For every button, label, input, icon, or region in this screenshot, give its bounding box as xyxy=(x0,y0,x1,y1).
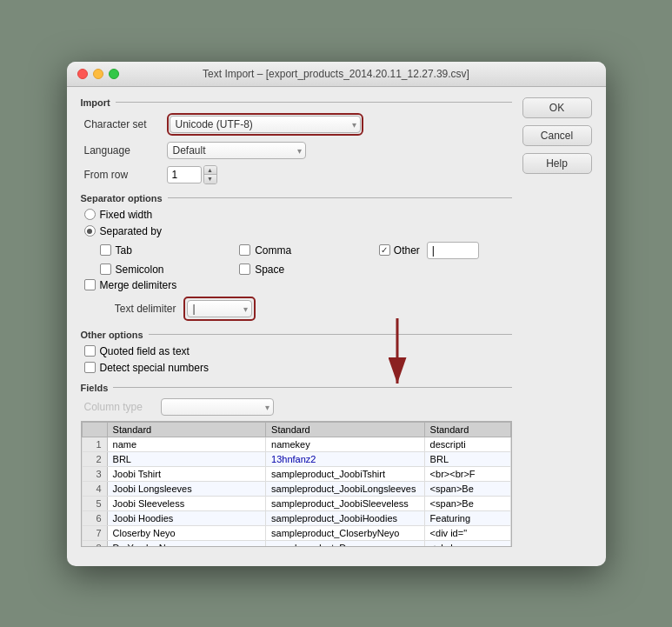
cell: BRL xyxy=(107,451,266,466)
cell: BRL xyxy=(424,451,510,466)
header-col3: Standard xyxy=(424,422,510,437)
table-body: 1 name namekey descripti 2 BRL 13hnfanz2… xyxy=(82,437,510,547)
charset-select[interactable]: Unicode (UTF-8) Western Europe (Windows-… xyxy=(170,116,361,133)
charset-row: Character set Unicode (UTF-8) Western Eu… xyxy=(81,113,512,136)
column-type-select-wrapper: Standard Text Date xyxy=(161,398,274,416)
spinner-up[interactable]: ▲ xyxy=(204,166,216,175)
help-button[interactable]: Help xyxy=(522,153,592,174)
language-label: Language xyxy=(84,144,167,157)
main-content: Import Character set Unicode (UTF-8) Wes… xyxy=(67,87,606,566)
row-num: 2 xyxy=(82,451,107,466)
left-panel: Import Character set Unicode (UTF-8) Wes… xyxy=(81,97,512,556)
tab-label: Tab xyxy=(116,244,132,257)
cell: <ul class xyxy=(424,540,510,547)
fixed-width-radio[interactable] xyxy=(84,209,96,220)
separated-by-label: Separated by xyxy=(100,225,162,237)
merge-delimiters-checkbox[interactable] xyxy=(84,279,96,290)
tab-item: Tab xyxy=(100,242,233,259)
other-checkbox[interactable] xyxy=(379,244,390,256)
from-row-input[interactable] xyxy=(167,166,202,183)
detect-numbers-checkbox[interactable] xyxy=(84,362,96,373)
window-title: Text Import – [export_products_2014.20.1… xyxy=(203,68,469,80)
semicolon-checkbox[interactable] xyxy=(100,263,111,275)
other-value-input[interactable] xyxy=(427,242,479,259)
cell: sampleproduct_JoobiLongsleeves xyxy=(266,481,425,496)
spinner-down[interactable]: ▼ xyxy=(204,175,216,183)
comma-checkbox[interactable] xyxy=(239,244,250,256)
table-row: 6 Joobi Hoodies sampleproduct_JoobiHoodi… xyxy=(82,510,510,525)
separator-section: Separator options Fixed width Separated … xyxy=(81,193,512,321)
table-row: 5 Joobi Sleeveless sampleproduct_JoobiSl… xyxy=(82,496,510,510)
language-select[interactable]: Default English German xyxy=(167,142,306,159)
header-col2: Standard xyxy=(266,422,425,437)
cancel-button[interactable]: Cancel xyxy=(522,125,592,146)
text-delimiter-highlight: | " ' None xyxy=(183,297,256,321)
other-options-section: Other options Quoted field as text Detec… xyxy=(81,330,512,374)
tab-checkbox[interactable] xyxy=(100,244,111,256)
row-num: 3 xyxy=(82,466,107,481)
comma-item: Comma xyxy=(239,242,372,259)
row-num: 6 xyxy=(82,510,107,525)
cell: sampleproduct_JoobiHoodies xyxy=(266,510,425,525)
separator-grid: Tab Comma Other xyxy=(81,242,512,276)
comma-label: Comma xyxy=(255,244,291,257)
row-num: 8 xyxy=(82,540,107,547)
detect-numbers-row: Detect special numbers xyxy=(81,362,512,374)
cell: namekey xyxy=(266,437,425,451)
from-row-input-group: ▲ ▼ xyxy=(167,165,217,184)
import-section: Import Character set Unicode (UTF-8) Wes… xyxy=(81,97,512,184)
charset-select-wrapper: Unicode (UTF-8) Western Europe (Windows-… xyxy=(170,116,361,133)
from-row-spinner: ▲ ▼ xyxy=(203,165,217,184)
quoted-field-checkbox[interactable] xyxy=(84,345,96,357)
other-options-label: Other options xyxy=(81,330,512,340)
ok-button[interactable]: OK xyxy=(522,97,592,118)
cell: <span>Be xyxy=(424,481,510,496)
table-header: Standard Standard Standard xyxy=(82,422,510,437)
table-row: 1 name namekey descripti xyxy=(82,437,510,451)
quoted-field-label: Quoted field as text xyxy=(100,345,190,357)
space-checkbox[interactable] xyxy=(239,263,250,275)
separator-section-label: Separator options xyxy=(81,193,512,203)
cell: Joobi Hoodies xyxy=(107,510,266,525)
quoted-field-row: Quoted field as text xyxy=(81,345,512,357)
close-button[interactable] xyxy=(77,69,88,79)
maximize-button[interactable] xyxy=(109,69,119,79)
right-panel: OK Cancel Help xyxy=(522,97,592,556)
cell: <div id=" xyxy=(424,525,510,540)
minimize-button[interactable] xyxy=(93,69,103,79)
cell: Featuring xyxy=(424,510,510,525)
cell: <span>Be xyxy=(424,496,510,510)
sep-checkboxes: Tab Comma Other xyxy=(100,242,512,276)
traffic-lights xyxy=(77,69,119,79)
table-row: 2 BRL 13hnfanz2 BRL xyxy=(82,451,510,466)
dialog-window: Text Import – [export_products_2014.20.1… xyxy=(67,62,606,566)
other-label: Other xyxy=(394,244,420,257)
preview-table-container: Standard Standard Standard 1 name nameke… xyxy=(81,421,512,547)
semicolon-item: Semicolon xyxy=(100,263,233,276)
row-num: 5 xyxy=(82,496,107,510)
separated-by-radio[interactable] xyxy=(84,225,96,237)
header-rownum xyxy=(82,422,107,437)
header-col1: Standard xyxy=(107,422,266,437)
column-type-select[interactable]: Standard Text Date xyxy=(161,398,274,416)
text-delimiter-label: Text delimiter xyxy=(98,303,176,315)
cell: 13hnfanz2 xyxy=(266,451,425,466)
language-select-wrapper: Default English German xyxy=(167,142,306,159)
table-row: 3 Joobi Tshirt sampleproduct_JoobiTshirt… xyxy=(82,466,510,481)
from-row-row: From row ▲ ▼ xyxy=(81,165,512,184)
charset-label: Character set xyxy=(84,118,167,130)
cell: name xyxy=(107,437,266,451)
text-delimiter-select[interactable]: | " ' None xyxy=(187,300,252,317)
separated-by-row: Separated by xyxy=(81,225,512,237)
other-item: Other xyxy=(379,242,512,259)
charset-highlight: Unicode (UTF-8) Western Europe (Windows-… xyxy=(167,113,363,136)
fixed-width-row: Fixed width xyxy=(81,209,512,221)
cell: sampleproduct_JoobiTshirt xyxy=(266,466,425,481)
column-type-row: Column type Standard Text Date xyxy=(81,398,512,416)
fields-section-label: Fields xyxy=(81,383,512,393)
fixed-width-label: Fixed width xyxy=(100,209,153,221)
cell: sampleproduct_CloserbyNeyo xyxy=(266,525,425,540)
cell: descripti xyxy=(424,437,510,451)
cell: <br><br>F xyxy=(424,466,510,481)
semicolon-label: Semicolon xyxy=(116,263,164,276)
